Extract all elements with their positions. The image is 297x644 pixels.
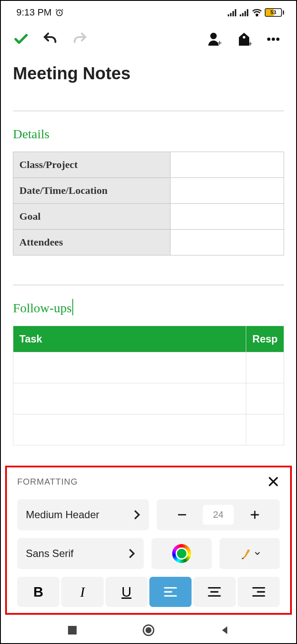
details-value[interactable] [170,178,284,204]
section-heading-followups[interactable]: Follow-ups [13,293,284,326]
font-size-value[interactable]: 24 [203,505,234,525]
section-heading-details[interactable]: Details [13,119,284,152]
table-cell[interactable] [246,414,284,445]
italic-button[interactable]: I [61,577,103,607]
back-button[interactable] [220,625,230,635]
add-tag-button[interactable]: + [235,30,253,48]
svg-rect-8 [247,9,248,16]
close-icon[interactable] [267,475,280,488]
formatting-title: FORMATTING [17,477,78,487]
divider [13,111,284,111]
more-button[interactable] [264,30,282,48]
align-left-button[interactable] [149,577,192,607]
svg-rect-2 [230,13,232,16]
text-style-selector[interactable]: Medium Header [17,499,149,530]
increase-size-button[interactable] [234,509,275,521]
chevron-down-icon [255,551,260,556]
svg-text:+: + [217,39,222,47]
align-center-button[interactable] [193,577,235,607]
system-nav-bar [1,617,296,643]
details-label[interactable]: Attendees [13,230,170,255]
home-button[interactable] [142,623,155,637]
note-content[interactable]: Meeting Notes Details Class/Project Date… [1,53,296,445]
bold-button[interactable]: B [17,577,59,607]
details-label[interactable]: Date/Time/Location [13,178,170,204]
svg-text:+: + [248,40,252,47]
svg-point-14 [267,37,271,41]
divider [13,285,284,285]
text-color-button[interactable] [152,538,212,569]
column-header-task[interactable]: Task [13,326,246,352]
svg-point-16 [276,37,280,41]
svg-point-15 [272,37,275,41]
details-table[interactable]: Class/Project Date/Time/Location Goal At… [13,152,284,255]
svg-rect-7 [244,11,246,16]
font-family-label: Sans Serif [26,548,74,560]
details-label[interactable]: Class/Project [13,152,170,178]
redo-button[interactable] [71,30,89,48]
table-cell[interactable] [246,352,284,383]
details-value[interactable] [170,204,284,230]
highlighter-icon [239,547,252,560]
svg-point-10 [210,33,217,39]
svg-rect-1 [228,14,229,16]
svg-rect-17 [68,626,77,635]
decrease-size-button[interactable] [161,509,203,521]
chevron-right-icon [128,548,135,559]
table-cell[interactable] [246,383,284,414]
column-header-resp[interactable]: Resp [246,326,284,352]
details-value[interactable] [170,152,284,178]
align-right-button[interactable] [238,577,280,607]
editor-toolbar: + + [1,22,296,53]
svg-point-12 [243,36,245,39]
svg-rect-5 [240,14,241,16]
text-style-label: Medium Header [26,509,99,521]
details-value[interactable] [170,230,284,255]
chevron-right-icon [133,510,140,520]
font-size-control: 24 [157,499,280,530]
signal-icon [228,9,237,16]
wifi-icon [252,9,262,16]
table-cell[interactable] [13,352,246,383]
underline-button[interactable]: U [105,577,148,607]
details-label[interactable]: Goal [13,204,170,230]
clock-text: 9:13 PM [16,7,52,18]
add-person-button[interactable]: + [206,30,224,48]
note-title[interactable]: Meeting Notes [13,53,284,103]
followups-table[interactable]: Task Resp [13,326,284,445]
signal-icon [240,9,249,16]
svg-rect-4 [235,9,236,16]
formatting-panel: FORMATTING Medium Header 24 Sans Serif B [5,466,292,615]
alarm-icon [55,8,64,17]
table-cell[interactable] [13,414,246,445]
recents-button[interactable] [67,625,77,635]
svg-rect-6 [242,13,244,16]
color-wheel-icon [172,544,191,563]
svg-point-9 [257,15,258,16]
undo-button[interactable] [41,30,59,48]
done-button[interactable] [12,30,30,48]
table-cell[interactable] [13,383,246,414]
battery-icon: 53 [265,8,284,17]
status-bar: 9:13 PM 53 [1,1,296,22]
svg-point-19 [145,627,152,633]
font-family-selector[interactable]: Sans Serif [17,538,144,569]
svg-rect-3 [232,11,234,16]
highlight-color-button[interactable] [220,538,280,569]
